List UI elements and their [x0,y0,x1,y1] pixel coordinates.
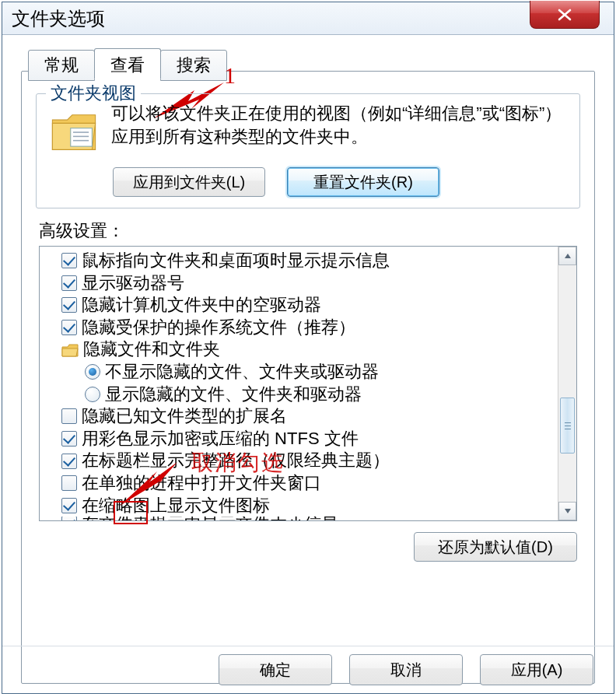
checkbox[interactable] [61,297,77,313]
list-item-label: 用彩色显示加密或压缩的 NTFS 文件 [82,428,359,450]
dialog-button-row: 确定 取消 应用(A) [2,646,614,685]
scrollbar-thumb[interactable] [560,398,575,454]
window-title: 文件夹选项 [12,6,105,31]
titlebar: 文件夹选项 [2,2,614,35]
client-area: 常规 查看 搜索 1 文件夹视图 [2,35,614,693]
list-item[interactable]: 隐藏受保护的操作系统文件（推荐） [43,317,555,339]
scrollbar-down-button[interactable] [558,502,576,520]
list-item-label: 在标题栏显示完整路径（仅限经典主题） [82,450,390,472]
radio[interactable] [85,364,100,380]
folder-icon [47,105,100,158]
list-item[interactable]: 在缩略图上显示文件图标 [43,495,555,517]
list-item-label: 在单独的进程中打开文件夹窗口 [82,472,321,495]
checkbox[interactable] [61,517,77,520]
list-item[interactable]: 不显示隐藏的文件、文件夹或驱动器 [43,361,555,384]
tab-panel: 常规 查看 搜索 1 文件夹视图 [21,71,595,684]
checkbox[interactable] [61,475,77,491]
list-item-label: 隐藏计算机文件夹中的空驱动器 [82,294,321,317]
apply-to-folders-button[interactable]: 应用到文件夹(L) [113,167,265,197]
radio[interactable] [85,387,100,402]
svg-marker-5 [565,254,571,258]
list-item[interactable]: 隐藏已知文件类型的扩展名 [43,405,555,428]
folderview-description: 可以将该文件夹正在使用的视图（例如“详细信息”或“图标”）应用到所有这种类型的文… [111,102,569,148]
list-item-label: 在缩略图上显示文件图标 [82,495,270,517]
folderview-legend: 文件夹视图 [46,82,141,105]
list-item[interactable]: 在文件夹提示中显示文件大小信息 [43,517,555,520]
list-item-label: 不显示隐藏的文件、文件夹或驱动器 [105,361,379,384]
svg-rect-1 [71,128,93,146]
list-item-label: 显示隐藏的文件、文件夹和驱动器 [105,384,362,406]
restore-defaults-button[interactable]: 还原为默认值(D) [414,532,577,562]
checkbox[interactable] [61,408,77,424]
checkbox[interactable] [61,498,77,513]
folder-icon [61,343,79,357]
tab-view[interactable]: 查看 [94,48,161,79]
tab-general[interactable]: 常规 [28,50,95,81]
close-icon [557,9,572,21]
checkbox[interactable] [61,431,77,447]
list-item-label: 隐藏受保护的操作系统文件（推荐） [82,317,355,339]
folder-options-dialog: 文件夹选项 常规 查看 搜索 1 文件夹视图 [2,2,614,694]
svg-marker-6 [565,509,571,513]
checkbox[interactable] [61,253,77,268]
ok-button[interactable]: 确定 [219,654,332,685]
list-item[interactable]: 在标题栏显示完整路径（仅限经典主题） [43,450,555,472]
list-item[interactable]: 鼠标指向文件夹和桌面项时显示提示信息 [43,250,555,272]
tabs-strip: 常规 查看 搜索 [28,48,226,79]
list-item[interactable]: 隐藏计算机文件夹中的空驱动器 [43,294,555,317]
list-item-label: 鼠标指向文件夹和桌面项时显示提示信息 [82,250,390,272]
list-item-label: 隐藏文件和文件夹 [83,338,220,361]
folderview-groupbox: 文件夹视图 可以将该文件夹正在使用的视图（例如“详细信息”或“图标”）应用到所有… [36,93,580,208]
scrollbar-up-button[interactable] [558,247,576,265]
advanced-settings-listbox: 鼠标指向文件夹和桌面项时显示提示信息显示驱动器号隐藏计算机文件夹中的空驱动器隐藏… [39,246,577,521]
scrollbar-track[interactable] [558,265,576,502]
list-item-label: 在文件夹提示中显示文件大小信息 [82,517,338,520]
tab-search[interactable]: 搜索 [160,50,227,81]
reset-folders-button[interactable]: 重置文件夹(R) [287,167,439,197]
checkbox[interactable] [61,454,77,469]
list-item[interactable]: 隐藏文件和文件夹 [43,338,555,361]
list-item[interactable]: 用彩色显示加密或压缩的 NTFS 文件 [43,428,555,450]
list-item-label: 隐藏已知文件类型的扩展名 [82,405,287,428]
list-item[interactable]: 显示隐藏的文件、文件夹和驱动器 [43,384,555,406]
checkbox[interactable] [61,275,77,291]
list-item-label: 显示驱动器号 [82,272,184,295]
cancel-button[interactable]: 取消 [349,654,463,685]
advanced-settings-list[interactable]: 鼠标指向文件夹和桌面项时显示提示信息显示驱动器号隐藏计算机文件夹中的空驱动器隐藏… [40,247,558,520]
list-item[interactable]: 在单独的进程中打开文件夹窗口 [43,472,555,495]
close-button[interactable] [530,1,600,29]
checkbox[interactable] [61,320,77,335]
list-item[interactable]: 显示驱动器号 [43,272,555,295]
scrollbar-vertical [558,247,576,520]
advanced-settings-label: 高级设置： [39,219,594,243]
apply-button[interactable]: 应用(A) [480,654,593,685]
